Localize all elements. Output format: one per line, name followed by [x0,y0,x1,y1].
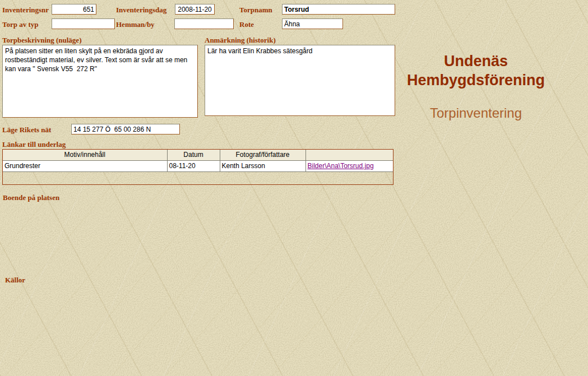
org-title: Undenäs Hembygdsförening [389,52,563,90]
table-header-row: Motiv/innehåll Datum Fotograf/författare [3,150,393,160]
table-row: Grundrester 08-11-20 Kenth Larsson Bilde… [3,160,393,171]
lage-rikets-nat-input[interactable] [71,124,180,134]
header-motiv: Motiv/innehåll [3,150,167,160]
torpbeskrivning-textarea[interactable]: På platsen sitter en liten skylt på en e… [2,45,198,118]
rote-label: Rote [239,20,254,29]
torp-av-typ-label: Torp av typ [2,20,39,29]
torpnamn-label: Torpnamn [239,6,272,15]
lankar-till-underlag-label: Länkar till underlag [2,140,66,149]
cell-motiv: Grundrester [3,160,167,171]
torpinventering-page: Inventeringsnr Inventeringsdag Torpnamn … [0,0,588,376]
torpbeskrivning-label: Torpbeskrivning (nuläge) [2,36,81,45]
inventeringsnr-label: Inventeringsnr [2,6,49,15]
torpnamn-input[interactable] [282,4,395,15]
rote-input[interactable] [282,18,343,29]
hemman-by-label: Hemman/by [116,20,155,29]
underlag-table: Motiv/innehåll Datum Fotograf/författare… [3,150,393,172]
hemman-by-input[interactable] [174,18,234,29]
anmarkning-label: Anmärkning (historik) [205,36,276,45]
header-datum: Datum [167,150,220,160]
inventeringsdag-input[interactable] [175,4,215,15]
header-link [305,150,393,160]
app-subtitle: Torpinventering [389,105,563,121]
kallor-label: Källor [5,276,25,285]
cell-fotograf: Kenth Larsson [220,160,305,171]
boende-pa-platsen-label: Boende på platsen [3,193,59,202]
branding-panel: Undenäs Hembygdsförening Torpinventering [389,52,563,121]
cell-datum: 08-11-20 [167,160,220,171]
inventeringsdag-label: Inventeringsdag [116,6,166,15]
underlag-table-container: Motiv/innehåll Datum Fotograf/författare… [2,149,393,185]
anmarkning-textarea[interactable]: Lär ha varit Elin Krabbes sätesgård [205,45,395,116]
torp-av-typ-input[interactable] [52,18,115,29]
lage-rikets-nat-label: Läge Rikets nät [2,126,51,134]
photo-file-link[interactable]: Bilder\Ana\Torsrud.jpg [308,162,374,170]
header-fotograf: Fotograf/författare [220,150,305,160]
form-content: Inventeringsnr Inventeringsdag Torpnamn … [0,0,588,376]
inventeringsnr-input[interactable] [52,4,96,15]
cell-link: Bilder\Ana\Torsrud.jpg [305,160,393,171]
